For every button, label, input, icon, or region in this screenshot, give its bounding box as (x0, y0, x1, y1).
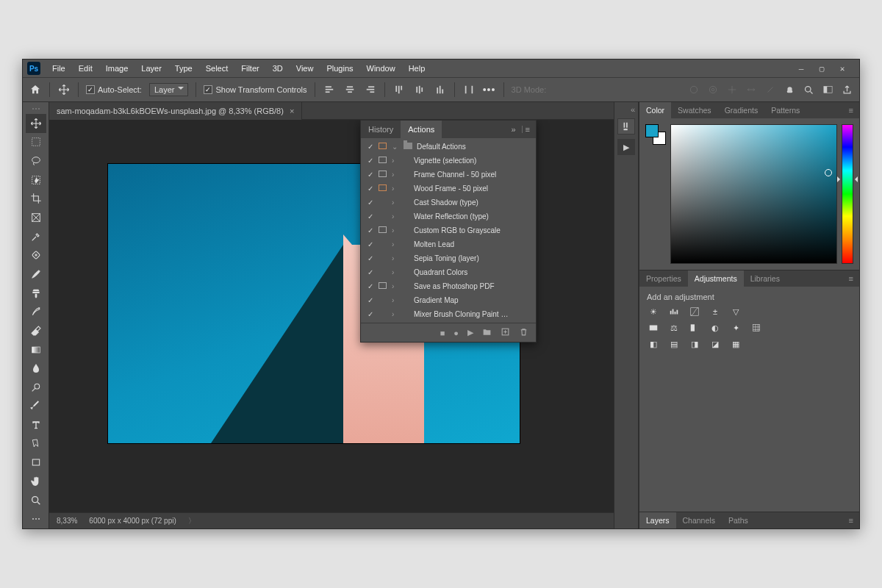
tab-paths[interactable]: Paths (722, 512, 755, 528)
dialog-toggle-icon[interactable] (379, 171, 389, 179)
menu-3d[interactable]: 3D (267, 62, 289, 75)
align-vcenter-icon[interactable] (413, 83, 426, 96)
color-balance-icon[interactable]: ⚖ (667, 322, 681, 334)
toggle-check-icon[interactable]: ✓ (365, 171, 376, 179)
dialog-toggle-icon[interactable] (379, 310, 389, 319)
document-tab[interactable]: sam-moqadam-b3kL6kBOEWs-unsplash.jpg @ 8… (49, 102, 302, 120)
menu-edit[interactable]: Edit (73, 62, 98, 75)
toggle-check-icon[interactable]: ✓ (365, 212, 376, 220)
more-options-icon[interactable]: ••• (483, 83, 496, 96)
tab-libraries[interactable]: Libraries (744, 270, 786, 287)
frame-tool[interactable] (26, 208, 46, 227)
menu-file[interactable]: File (46, 62, 71, 75)
actions-item-row[interactable]: ✓›Water Reflection (type) (361, 209, 536, 223)
marquee-tool[interactable] (26, 133, 46, 152)
window-maximize-button[interactable]: ▢ (817, 64, 827, 74)
record-button[interactable]: ● (453, 329, 459, 337)
menu-type[interactable]: Type (169, 62, 198, 75)
actions-item-row[interactable]: ✓›Cast Shadow (type) (361, 196, 536, 209)
menu-plugins[interactable]: Plugins (320, 62, 359, 75)
disclosure-closed-icon[interactable]: › (392, 212, 401, 220)
disclosure-closed-icon[interactable]: › (392, 198, 401, 207)
dialog-toggle-icon[interactable] (379, 226, 389, 235)
levels-icon[interactable] (667, 306, 681, 318)
menu-layer[interactable]: Layer (135, 62, 168, 75)
hue-sat-icon[interactable] (647, 322, 660, 334)
dialog-toggle-icon[interactable] (379, 296, 389, 305)
hue-slider[interactable] (842, 124, 853, 264)
disclosure-closed-icon[interactable]: › (392, 240, 401, 248)
disclosure-closed-icon[interactable]: › (392, 296, 401, 304)
actions-item-row[interactable]: ✓›Vignette (selection) (361, 154, 536, 168)
toggle-check-icon[interactable]: ✓ (365, 143, 376, 151)
align-left-icon[interactable] (323, 83, 336, 96)
brush-tool[interactable] (26, 265, 46, 284)
search-icon[interactable] (802, 83, 815, 96)
invert-icon[interactable]: ◧ (647, 338, 660, 350)
zoom-tool[interactable] (26, 491, 46, 510)
gradient-tool[interactable] (26, 340, 46, 359)
curves-icon[interactable] (688, 306, 701, 318)
tab-history[interactable]: History (361, 121, 401, 138)
selective-color-icon[interactable]: ▦ (729, 338, 742, 350)
type-tool[interactable] (26, 415, 46, 434)
fg-bg-swatches[interactable] (645, 124, 666, 145)
tab-properties[interactable]: Properties (639, 270, 688, 287)
align-right-icon[interactable] (364, 83, 377, 96)
eyedropper-tool[interactable] (26, 227, 46, 246)
dialog-toggle-icon[interactable] (379, 268, 389, 277)
menu-image[interactable]: Image (100, 62, 135, 75)
zoom-readout[interactable]: 8,33% (57, 517, 77, 525)
distribute-icon[interactable] (462, 83, 476, 96)
menu-view[interactable]: View (290, 62, 320, 75)
threshold-icon[interactable]: ◨ (688, 338, 701, 350)
toggle-check-icon[interactable]: ✓ (365, 282, 376, 290)
crop-tool[interactable] (26, 190, 46, 209)
dock-play-icon[interactable]: ▶ (617, 139, 635, 155)
share-icon[interactable] (840, 83, 853, 96)
color-picker-field[interactable] (670, 124, 837, 264)
actions-set-row[interactable]: ✓ ⌄ Default Actions (361, 140, 536, 154)
workspace-switcher-icon[interactable] (821, 83, 834, 96)
healing-brush-tool[interactable] (26, 245, 46, 265)
pen-tool[interactable] (26, 397, 46, 416)
statusbar-more-icon[interactable]: 〉 (188, 516, 196, 526)
lasso-tool[interactable] (26, 151, 46, 171)
panel-menu-icon[interactable]: ≡ (843, 516, 859, 525)
dialog-toggle-icon[interactable] (379, 282, 389, 291)
channel-mixer-icon[interactable]: ✦ (729, 322, 742, 334)
tab-gradients[interactable]: Gradients (718, 102, 765, 118)
window-minimize-button[interactable]: — (796, 64, 806, 74)
toggle-check-icon[interactable]: ✓ (365, 310, 376, 318)
tab-layers[interactable]: Layers (639, 512, 676, 528)
tab-channels[interactable]: Channels (676, 512, 722, 528)
new-set-button[interactable] (482, 327, 492, 338)
home-button[interactable] (29, 83, 42, 96)
canvas[interactable]: History Actions »≡ ✓ ⌄ Default Actions (49, 120, 614, 512)
panel-menu-icon[interactable]: ≡ (843, 274, 859, 283)
dodge-tool[interactable] (26, 378, 46, 397)
actions-item-row[interactable]: ✓›Frame Channel - 50 pixel (361, 168, 536, 182)
doc-dimensions-readout[interactable]: 6000 px x 4000 px (72 ppi) (89, 517, 176, 525)
foreground-swatch[interactable] (645, 124, 659, 137)
black-white-icon[interactable] (688, 322, 701, 334)
dialog-toggle-icon[interactable] (379, 143, 389, 151)
toggle-check-icon[interactable]: ✓ (365, 296, 376, 304)
dialog-toggle-icon[interactable] (379, 157, 389, 165)
play-button[interactable]: ▶ (467, 328, 473, 337)
actions-item-row[interactable]: ✓›Custom RGB to Grayscale (361, 223, 536, 237)
toggle-check-icon[interactable]: ✓ (365, 226, 376, 234)
actions-item-row[interactable]: ✓›Mixer Brush Cloning Paint … (361, 307, 536, 321)
toggle-check-icon[interactable]: ✓ (365, 198, 376, 207)
cloud-docs-icon[interactable] (783, 83, 796, 96)
actions-panel[interactable]: History Actions »≡ ✓ ⌄ Default Actions (360, 120, 537, 343)
dialog-toggle-icon[interactable] (379, 212, 389, 221)
disclosure-closed-icon[interactable]: › (392, 171, 401, 179)
auto-select-target-dropdown[interactable]: Layer (149, 83, 189, 96)
align-hcenter-icon[interactable] (343, 83, 356, 96)
actions-item-row[interactable]: ✓›Quadrant Colors (361, 265, 536, 279)
color-lookup-icon[interactable] (750, 322, 763, 334)
history-brush-tool[interactable] (26, 302, 46, 321)
align-bottom-icon[interactable] (434, 83, 447, 96)
disclosure-open-icon[interactable]: ⌄ (392, 143, 401, 151)
